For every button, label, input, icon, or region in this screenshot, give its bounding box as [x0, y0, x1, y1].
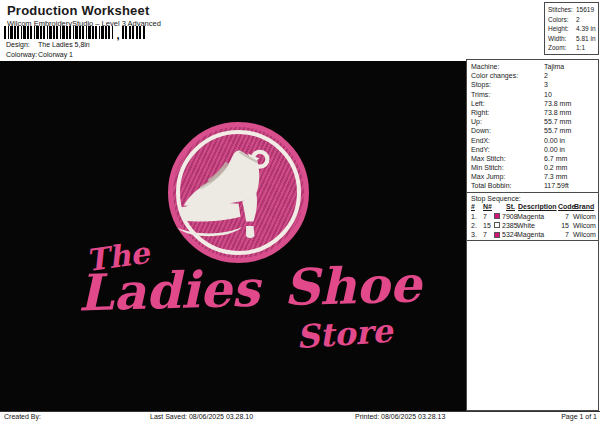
stat-label: Stitches: [548, 5, 576, 15]
stop-sequence-table: # N# St. Description Code Brand 1. 7 790… [467, 202, 598, 239]
page-title: Production Worksheet [7, 3, 149, 18]
stat-label: Trims: [471, 90, 544, 99]
stat-value: 2 [544, 71, 596, 80]
stat-label: Min Stitch: [471, 163, 544, 172]
summary-row: Colors:2 [548, 15, 598, 25]
thread-color-swatch [494, 222, 500, 228]
cell-needle: 7 [483, 212, 494, 221]
machine-stat-row: EndY:0.00 in [471, 145, 596, 154]
stat-label: Width: [548, 34, 576, 44]
summary-row: Width:5.81 in [548, 34, 598, 44]
design-label: Design: [6, 41, 38, 48]
stat-label: Up: [471, 117, 544, 126]
design-barcode: , [4, 26, 146, 39]
stat-value: 2 [576, 15, 598, 25]
stat-label: Zoom: [548, 43, 576, 53]
stat-value: 1:1 [576, 43, 598, 53]
machine-stat-row: Right:73.8 mm [471, 108, 596, 117]
cell-code: 15 [557, 221, 571, 230]
page-number: Page 1 of 1 [561, 413, 597, 420]
stop-sequence-row: 1. 7 7908 Magenta 7 Wilcom [471, 212, 598, 221]
stop-sequence-row: 3. 7 5324 Magenta 7 Wilcom [471, 230, 598, 239]
stat-label: Machine: [471, 62, 544, 71]
stat-value: 55.7 mm [544, 126, 596, 135]
thread-color-swatch [494, 232, 500, 238]
stop-sequence-title: Stop Sequence: [467, 193, 598, 203]
machine-stat-row: EndX:0.00 in [471, 136, 596, 145]
stat-label: Right: [471, 108, 544, 117]
shoe-logo-badge [168, 122, 309, 263]
stat-label: EndY: [471, 145, 544, 154]
cell-needle: 7 [483, 230, 494, 239]
stat-label: Max Stitch: [471, 154, 544, 163]
barcode-bars-icon [122, 26, 146, 39]
divider [467, 240, 598, 241]
thread-color-swatch [494, 213, 500, 219]
column-header-num: # [471, 202, 483, 212]
machine-stat-row: Total Bobbin:117.59ft [471, 181, 596, 190]
logo-text-shoe: Shoe [283, 255, 422, 318]
summary-row: Stitches:15619 [548, 5, 598, 15]
stat-label: Colors: [548, 15, 576, 25]
cell-num: 3. [471, 230, 483, 239]
cell-code: 7 [557, 212, 571, 221]
cell-num: 1. [471, 212, 483, 221]
machine-stat-row: Left:73.8 mm [471, 99, 596, 108]
column-header-brand: Brand [572, 202, 598, 212]
machine-stats-list: Machine:Tajima Color changes:2 Stops:3 T… [467, 60, 598, 191]
stat-value: 117.59ft [544, 181, 596, 190]
column-header-code: Code [558, 202, 572, 212]
design-value: The Ladies 5,8in [38, 41, 90, 48]
cell-description: Magenta [517, 230, 557, 239]
stat-label: Total Bobbin: [471, 181, 544, 190]
stat-label: EndX: [471, 136, 544, 145]
machine-stat-row: Stops:3 [471, 80, 596, 89]
stat-value: 15619 [576, 5, 598, 15]
footer: Created By: Last Saved: 08/06/2025 03.28… [0, 413, 600, 424]
stat-label: Height: [548, 24, 576, 34]
stat-value: 5.81 in [576, 34, 598, 44]
stat-value: 55.7 mm [544, 117, 596, 126]
machine-stat-row: Up:55.7 mm [471, 117, 596, 126]
colorway-row: Colorway:Colorway 1 [6, 51, 73, 58]
stat-value: 73.8 mm [544, 108, 596, 117]
stat-value: 73.8 mm [544, 99, 596, 108]
machine-stat-row: Max Stitch:6.7 mm [471, 154, 596, 163]
logo-text-store: Store [295, 312, 394, 357]
production-worksheet-page: Production Worksheet Wilcom EmbroiderySt… [0, 0, 600, 424]
cell-brand: Wilcom [571, 212, 598, 221]
stat-label: Left: [471, 99, 544, 108]
high-heel-shoe-icon [168, 122, 299, 253]
cell-description: Magenta [517, 212, 557, 221]
stat-value: 0.00 in [544, 145, 596, 154]
machine-stat-row: Max Jump:7.3 mm [471, 172, 596, 181]
colorway-label: Colorway: [6, 51, 38, 58]
stat-value: 7.3 mm [544, 172, 596, 181]
stop-sequence-row: 2. 15 2385 White 15 Wilcom [471, 221, 598, 230]
stat-value: 0.00 in [544, 136, 596, 145]
machine-stat-row: Trims:10 [471, 90, 596, 99]
cell-description: White [517, 221, 557, 230]
machine-stat-row: Down:55.7 mm [471, 126, 596, 135]
column-header-st: St. [494, 202, 515, 212]
stat-value: 4.39 in [576, 24, 598, 34]
last-saved-text: Last Saved: 08/06/2025 03.28.10 [150, 413, 253, 420]
stat-value: 3 [544, 80, 596, 89]
printed-text: Printed: 08/06/2025 03.28.13 [355, 413, 445, 420]
footer-divider [0, 411, 600, 412]
stat-label: Down: [471, 126, 544, 135]
created-by-label: Created By: [4, 413, 41, 420]
summary-row: Height:4.39 in [548, 24, 598, 34]
stat-label: Color changes: [471, 71, 544, 80]
stat-value: 0.2 mm [544, 163, 596, 172]
design-summary-box: Stitches:15619 Colors:2 Height:4.39 in W… [544, 2, 599, 55]
cell-brand: Wilcom [571, 230, 598, 239]
cell-needle: 15 [483, 221, 494, 230]
stat-value: Tajima [544, 62, 596, 71]
stat-label: Max Jump: [471, 172, 544, 181]
machine-details-panel: Machine:Tajima Color changes:2 Stops:3 T… [466, 59, 599, 411]
barcode-bars-icon [4, 26, 114, 39]
cell-thread-code: 7908 [502, 212, 517, 221]
machine-stat-row: Machine:Tajima [471, 62, 596, 71]
cell-num: 2. [471, 221, 483, 230]
